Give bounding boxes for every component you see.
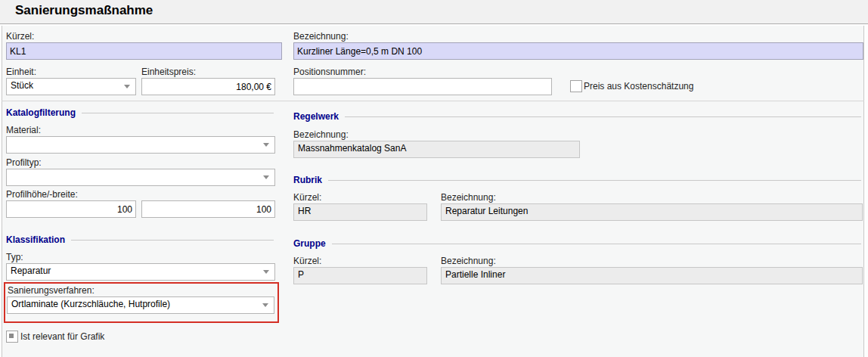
bezeichnung-field[interactable] xyxy=(293,42,863,60)
typ-dropdown[interactable]: Reparatur xyxy=(6,263,275,281)
gruppe-bezeichnung-value: Partielle Inliner xyxy=(442,268,862,282)
profiltyp-dropdown[interactable] xyxy=(6,169,275,186)
ist-relevant-fuer-grafik-label: Ist relevant für Grafik xyxy=(20,331,104,342)
rubrik-bezeichnung-value: Reparatur Leitungen xyxy=(442,204,862,219)
panel-border-right xyxy=(863,26,864,357)
sanierungsmassnahme-form: Sanierungsmaßnahme Kürzel: Bezeichnung: … xyxy=(0,0,868,357)
typ-value: Reparatur xyxy=(7,264,274,278)
klassifikation-group-header: Klassifikation xyxy=(6,234,274,245)
positionsnummer-field[interactable] xyxy=(293,78,552,95)
sanierungsverfahren-label: Sanierungsverfahren: xyxy=(8,285,95,296)
kuerzel-label: Kürzel: xyxy=(6,31,34,42)
regelwerk-bezeichnung-field: Massnahmenkatalog SanA xyxy=(293,141,580,158)
gruppe-title: Gruppe xyxy=(293,238,326,249)
chevron-down-icon xyxy=(262,303,268,307)
profilbreite-input[interactable] xyxy=(142,201,274,217)
einheit-dropdown[interactable]: Stück xyxy=(6,78,136,95)
material-dropdown[interactable] xyxy=(6,136,275,154)
kuerzel-input[interactable] xyxy=(7,43,281,59)
katalogfilterung-title: Katalogfilterung xyxy=(6,107,76,118)
profiltyp-label: Profiltyp: xyxy=(6,157,42,168)
einheit-value: Stück xyxy=(7,79,135,93)
einheitspreis-input[interactable] xyxy=(142,79,274,95)
bezeichnung-label: Bezeichnung: xyxy=(293,31,349,42)
positionsnummer-input[interactable] xyxy=(294,79,551,95)
ist-relevant-fuer-grafik-checkbox[interactable] xyxy=(6,331,18,343)
gruppe-bezeichnung-label: Bezeichnung: xyxy=(441,256,496,266)
sanierungsverfahren-value: Ortlaminate (Kurzschläuche, Hutprofile) xyxy=(8,297,274,312)
chevron-down-icon xyxy=(263,143,269,147)
material-label: Material: xyxy=(6,125,41,135)
preis-aus-kostenschaetzung-checkbox[interactable] xyxy=(570,80,582,92)
gruppe-kuerzel-label: Kürzel: xyxy=(293,256,321,266)
gruppe-kuerzel-value: P xyxy=(294,268,426,282)
einheitspreis-field[interactable] xyxy=(141,78,275,95)
rubrik-bezeichnung-label: Bezeichnung: xyxy=(441,192,496,203)
bezeichnung-input[interactable] xyxy=(294,43,863,59)
group-header-line xyxy=(332,244,861,244)
chevron-down-icon xyxy=(124,85,130,88)
kuerzel-field[interactable] xyxy=(6,42,282,60)
gruppe-group-header: Gruppe xyxy=(293,238,861,249)
positionsnummer-label: Positionsnummer: xyxy=(293,67,366,77)
group-header-line xyxy=(328,180,861,181)
regelwerk-bezeichnung-label: Bezeichnung: xyxy=(293,129,349,140)
typ-label: Typ: xyxy=(6,252,23,262)
chevron-down-icon xyxy=(263,270,269,274)
gruppe-bezeichnung-field: Partielle Inliner xyxy=(441,267,863,284)
rubrik-title: Rubrik xyxy=(293,175,322,185)
regelwerk-title: Regelwerk xyxy=(293,111,339,122)
rubrik-bezeichnung-field: Reparatur Leitungen xyxy=(441,203,863,221)
profilhoehe-input[interactable] xyxy=(7,201,135,217)
rubrik-kuerzel-label: Kürzel: xyxy=(293,192,321,203)
group-header-line xyxy=(345,116,861,117)
panel-border-left xyxy=(2,26,2,357)
title-bar: Sanierungsmaßnahme xyxy=(0,0,868,24)
einheit-label: Einheit: xyxy=(6,67,36,77)
page-title: Sanierungsmaßnahme xyxy=(15,3,153,18)
gruppe-kuerzel-field: P xyxy=(293,267,427,284)
rubrik-kuerzel-field: HR xyxy=(293,203,427,221)
rubrik-kuerzel-value: HR xyxy=(294,204,426,219)
profilbreite-field[interactable] xyxy=(141,200,275,218)
katalogfilterung-group-header: Katalogfilterung xyxy=(6,107,274,118)
klassifikation-title: Klassifikation xyxy=(6,234,65,245)
einheitspreis-label: Einheitspreis: xyxy=(141,67,196,77)
preis-aus-kostenschaetzung-label: Preis aus Kostenschätzung xyxy=(584,81,693,92)
group-header-line xyxy=(82,113,274,113)
checkbox-indeterminate-mark xyxy=(9,334,14,338)
group-header-line xyxy=(71,240,274,241)
section-divider xyxy=(2,101,864,101)
chevron-down-icon xyxy=(263,175,269,179)
sanierungsverfahren-dropdown[interactable]: Ortlaminate (Kurzschläuche, Hutprofile) xyxy=(7,296,274,314)
regelwerk-group-header: Regelwerk xyxy=(293,111,861,122)
profilhoehe-field[interactable] xyxy=(6,200,136,218)
regelwerk-bezeichnung-value: Massnahmenkatalog SanA xyxy=(294,141,579,156)
profilhoehe-breite-label: Profilhöhe/-breite: xyxy=(6,189,78,200)
rubrik-group-header: Rubrik xyxy=(293,175,861,185)
